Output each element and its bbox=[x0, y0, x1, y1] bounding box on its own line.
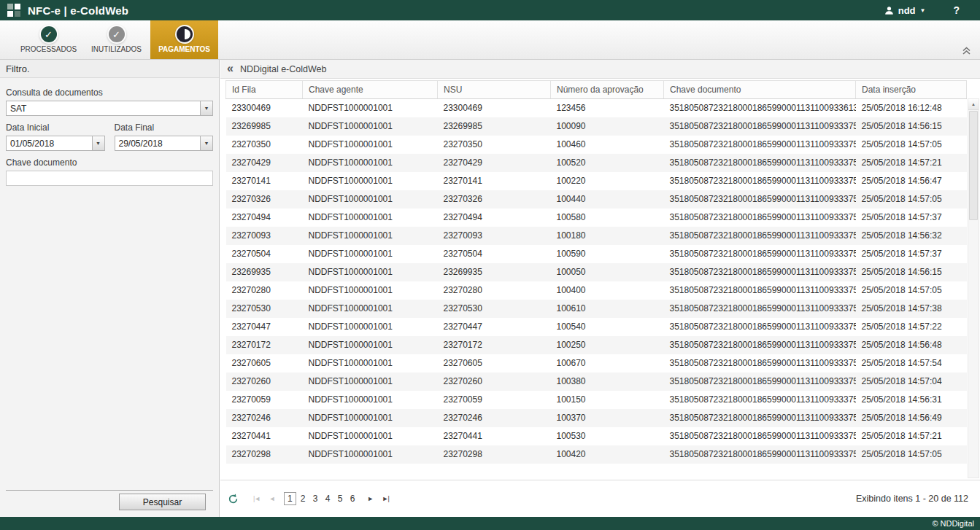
column-header-chave-agente[interactable]: Chave agente bbox=[303, 81, 438, 99]
page-button-5[interactable]: 5 bbox=[335, 492, 346, 505]
table-cell: 351805087232180001865990001131100933375 bbox=[664, 373, 856, 391]
table-cell: 23270172 bbox=[438, 336, 551, 354]
table-cell: 100540 bbox=[551, 318, 664, 336]
table-cell: 100580 bbox=[551, 209, 664, 227]
next-page-button[interactable]: ► bbox=[364, 495, 377, 502]
table-cell: 351805087232180001865990001131100933375 bbox=[664, 445, 856, 464]
pesquisar-button[interactable]: Pesquisar bbox=[119, 494, 206, 510]
data-final-input[interactable]: 29/05/2018 ▼ bbox=[115, 136, 214, 151]
table-row[interactable]: 23269985NDDFST10000010012326998510009035… bbox=[226, 117, 967, 136]
table-cell: 25/05/2018 14:57:22 bbox=[856, 318, 967, 336]
data-inicial-label: Data Inicial bbox=[6, 122, 105, 133]
table-row[interactable]: 23269935NDDFST10000010012326993510005035… bbox=[226, 263, 967, 281]
table-row[interactable]: 23270530NDDFST10000010012327053010061035… bbox=[226, 300, 967, 318]
table-cell: 25/05/2018 14:56:32 bbox=[856, 227, 967, 245]
table-cell: 23270530 bbox=[226, 300, 303, 318]
table-scrollbar[interactable]: ▲ bbox=[968, 98, 979, 478]
help-button[interactable]: ? bbox=[953, 4, 960, 16]
table-cell: 100440 bbox=[551, 190, 664, 209]
table-row[interactable]: 23270260NDDFST10000010012327026010038035… bbox=[226, 373, 967, 391]
table-cell: 23270280 bbox=[438, 281, 551, 300]
table-cell: 23270447 bbox=[226, 318, 303, 336]
chevron-down-icon: ▼ bbox=[200, 101, 212, 115]
column-header-data-inser-o[interactable]: Data inserção bbox=[856, 81, 967, 99]
table-row[interactable]: 23270350NDDFST10000010012327035010046035… bbox=[226, 136, 967, 154]
table-cell: 23270605 bbox=[226, 354, 303, 373]
processados-check-icon: ✓ bbox=[41, 26, 57, 42]
collapse-panel-icon[interactable]: « bbox=[227, 63, 234, 74]
consulta-documentos-value: SAT bbox=[7, 104, 200, 114]
table-cell: 23270260 bbox=[438, 373, 551, 391]
table-cell: 100380 bbox=[551, 373, 664, 391]
data-final-label: Data Final bbox=[115, 122, 214, 133]
table-cell: NDDFST1000001001 bbox=[303, 336, 438, 354]
table-row[interactable]: 23270246NDDFST10000010012327024610037035… bbox=[226, 409, 967, 427]
page-button-6[interactable]: 6 bbox=[347, 492, 358, 505]
column-header-n-mero-da-aprova-o[interactable]: Número da aprovação bbox=[551, 81, 664, 99]
table-cell: NDDFST1000001001 bbox=[303, 373, 438, 391]
table-row[interactable]: 23270429NDDFST10000010012327042910052035… bbox=[226, 154, 967, 172]
content-title: NDDigital e-ColdWeb bbox=[240, 64, 327, 74]
column-header-id-fila[interactable]: Id Fila bbox=[226, 81, 303, 99]
table-row[interactable]: 23270298NDDFST10000010012327029810042035… bbox=[226, 445, 967, 464]
scroll-up-arrow-icon[interactable]: ▲ bbox=[968, 99, 979, 110]
table-row[interactable]: 23270441NDDFST10000010012327044110053035… bbox=[226, 427, 967, 445]
table-cell: 23270141 bbox=[438, 172, 551, 190]
table-row[interactable]: 23270141NDDFST10000010012327014110022035… bbox=[226, 172, 967, 190]
table-row[interactable]: 23270059NDDFST10000010012327005910015035… bbox=[226, 391, 967, 409]
tab-processados[interactable]: ✓ PROCESSADOS bbox=[15, 20, 82, 59]
table-cell: 25/05/2018 14:56:15 bbox=[856, 263, 967, 281]
table-cell: NDDFST1000001001 bbox=[303, 209, 438, 227]
first-page-button[interactable]: |◄ bbox=[250, 495, 263, 502]
table-cell: 25/05/2018 14:57:37 bbox=[856, 245, 967, 263]
table-cell: 25/05/2018 14:57:05 bbox=[856, 190, 967, 209]
table-row[interactable]: 23270326NDDFST10000010012327032610044035… bbox=[226, 190, 967, 209]
main-content: « NDDigital e-ColdWeb Id FilaChave agent… bbox=[220, 60, 980, 517]
refresh-button[interactable] bbox=[228, 494, 239, 504]
consulta-documentos-label: Consulta de documentos bbox=[6, 87, 213, 98]
table-cell: NDDFST1000001001 bbox=[303, 281, 438, 300]
last-page-button[interactable]: ►| bbox=[379, 495, 392, 502]
page-button-3[interactable]: 3 bbox=[310, 492, 321, 505]
table-cell: NDDFST1000001001 bbox=[303, 172, 438, 190]
tab-inutilizados[interactable]: ✓ INUTILIZADOS bbox=[82, 20, 150, 59]
table-row[interactable]: 23270172NDDFST10000010012327017210025035… bbox=[226, 336, 967, 354]
scrollbar-thumb[interactable] bbox=[969, 111, 978, 220]
table-cell: 23270172 bbox=[226, 336, 303, 354]
table-cell: NDDFST1000001001 bbox=[303, 445, 438, 464]
chave-documento-input[interactable] bbox=[6, 171, 213, 186]
grid-area: Id FilaChave agenteNSUNúmero da aprovaçã… bbox=[220, 79, 980, 480]
table-cell: 25/05/2018 14:56:15 bbox=[856, 117, 967, 136]
filter-panel: Filtro. Consulta de documentos SAT ▼ Dat… bbox=[0, 60, 220, 517]
tab-pagamentos-label: PAGAMENTOS bbox=[158, 45, 210, 53]
table-row[interactable]: 23270605NDDFST10000010012327060510067035… bbox=[226, 354, 967, 373]
column-header-chave-documento[interactable]: Chave documento bbox=[664, 81, 856, 99]
page-button-4[interactable]: 4 bbox=[323, 492, 333, 505]
table-cell: 351805087232180001865990001131100933375 bbox=[664, 172, 856, 190]
table-cell: 351805087232180001865990001131100933375 bbox=[664, 227, 856, 245]
tab-pagamentos[interactable]: PAGAMENTOS bbox=[150, 20, 218, 59]
user-menu[interactable]: ndd ▼ bbox=[884, 5, 926, 16]
table-cell: 123456 bbox=[551, 99, 664, 117]
table-row[interactable]: 23270447NDDFST10000010012327044710054035… bbox=[226, 318, 967, 336]
table-cell: 351805087232180001865990001131100933375 bbox=[664, 354, 856, 373]
consulta-documentos-select[interactable]: SAT ▼ bbox=[6, 101, 213, 116]
data-inicial-input[interactable]: 01/05/2018 ▼ bbox=[6, 136, 105, 151]
table-header-row: Id FilaChave agenteNSUNúmero da aprovaçã… bbox=[226, 81, 967, 99]
table-cell: 23269985 bbox=[226, 117, 303, 136]
column-header-nsu[interactable]: NSU bbox=[438, 81, 551, 99]
table-row[interactable]: 23270280NDDFST10000010012327028010040035… bbox=[226, 281, 967, 300]
table-cell: 25/05/2018 14:57:05 bbox=[856, 136, 967, 154]
page-button-1[interactable]: 1 bbox=[284, 492, 296, 505]
table-cell: 100180 bbox=[551, 227, 664, 245]
table-row[interactable]: 23270494NDDFST10000010012327049410058035… bbox=[226, 209, 967, 227]
table-row[interactable]: 23270093NDDFST10000010012327009310018035… bbox=[226, 227, 967, 245]
table-cell: 100370 bbox=[551, 409, 664, 427]
collapse-toolbar-button[interactable] bbox=[962, 47, 971, 55]
table-row[interactable]: 23270504NDDFST10000010012327050410059035… bbox=[226, 245, 967, 263]
table-cell: 23270441 bbox=[226, 427, 303, 445]
prev-page-button[interactable]: ◄ bbox=[266, 495, 278, 502]
page-button-2[interactable]: 2 bbox=[298, 492, 309, 505]
table-row[interactable]: 23300469NDDFST10000010012330046912345635… bbox=[226, 99, 967, 117]
table-cell: 351805087232180001865990001131100933375 bbox=[664, 427, 856, 445]
